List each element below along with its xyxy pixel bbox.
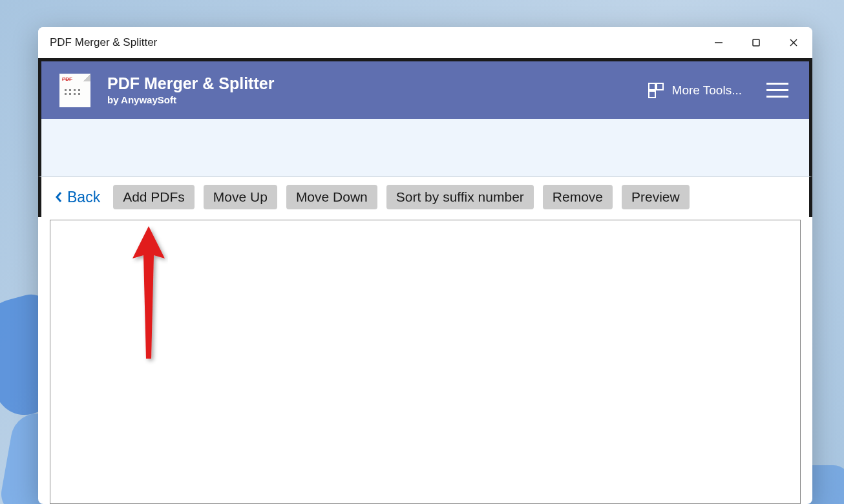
window-title: PDF Merger & Splitter	[50, 36, 157, 49]
move-up-button[interactable]: Move Up	[204, 185, 277, 209]
close-icon	[789, 38, 798, 47]
close-button[interactable]	[775, 27, 812, 58]
chevron-left-icon	[54, 191, 63, 204]
move-down-button[interactable]: Move Down	[286, 185, 377, 209]
titlebar: PDF Merger & Splitter	[38, 27, 812, 58]
grid-icon	[648, 82, 664, 99]
svg-rect-6	[649, 91, 655, 98]
sub-header-banner	[38, 119, 812, 177]
file-list-area[interactable]	[50, 220, 801, 504]
maximize-icon	[752, 38, 761, 47]
more-tools-label: More Tools...	[672, 83, 742, 98]
minimize-button[interactable]	[700, 27, 737, 58]
window-controls	[700, 27, 812, 58]
remove-button[interactable]: Remove	[543, 185, 613, 209]
add-pdfs-button[interactable]: Add PDFs	[113, 185, 195, 209]
app-header: PDF PDF Merger & Splitter by AnywaySoft …	[38, 58, 812, 119]
minimize-icon	[714, 38, 723, 47]
back-link[interactable]: Back	[54, 189, 100, 206]
preview-button[interactable]: Preview	[622, 185, 690, 209]
app-subtitle: by AnywaySoft	[107, 94, 648, 105]
more-tools-button[interactable]: More Tools...	[648, 82, 742, 99]
svg-rect-1	[753, 39, 759, 46]
toolbar: Back Add PDFs Move Up Move Down Sort by …	[38, 177, 812, 217]
sort-by-suffix-button[interactable]: Sort by suffix number	[386, 185, 534, 209]
app-title: PDF Merger & Splitter	[107, 75, 648, 93]
svg-rect-4	[649, 83, 655, 90]
svg-rect-5	[657, 83, 663, 90]
app-window: PDF Merger & Splitter PDF	[38, 27, 812, 504]
back-label: Back	[67, 189, 100, 206]
menu-button[interactable]	[766, 83, 788, 98]
hamburger-icon	[766, 83, 788, 85]
logo-badge-text: PDF	[62, 76, 72, 82]
app-logo-icon: PDF	[59, 74, 90, 107]
app-title-block: PDF Merger & Splitter by AnywaySoft	[107, 75, 648, 105]
maximize-button[interactable]	[737, 27, 775, 58]
